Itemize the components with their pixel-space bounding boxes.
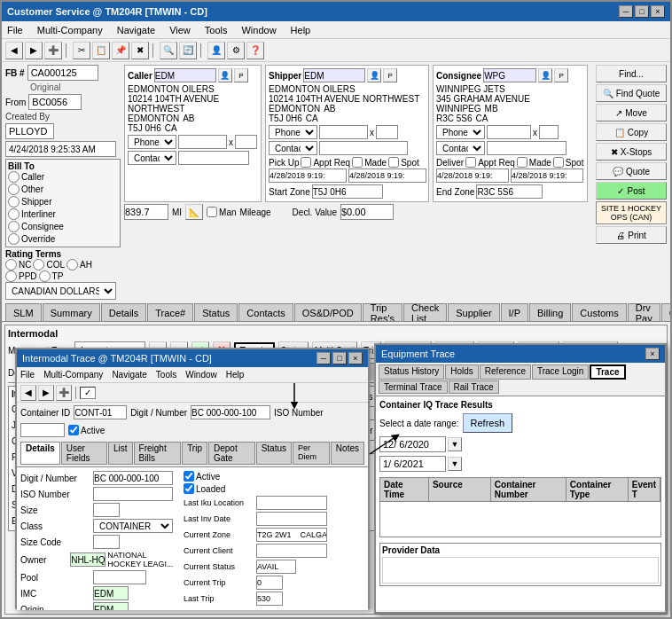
pickup-spot[interactable]: Spot — [388, 157, 419, 168]
shipper-phone-select[interactable]: Phone — [269, 125, 317, 139]
tab-contacts[interactable]: Contacts — [238, 303, 293, 321]
rating-nc[interactable]: NC — [5, 259, 31, 270]
trace-currtrip-input[interactable] — [256, 576, 283, 590]
trace-restore-btn[interactable]: □ — [332, 352, 347, 364]
bill-interliner-option[interactable]: Interliner — [8, 208, 118, 220]
paste-button[interactable]: 📌 — [112, 42, 129, 59]
trace-menu-nav[interactable]: Navigate — [112, 370, 146, 380]
created-by-input[interactable] — [5, 123, 54, 139]
consignee-phone-input[interactable] — [487, 125, 531, 139]
caller-person-btn[interactable]: 👤 — [218, 68, 232, 82]
caller-contact-input[interactable] — [178, 151, 249, 165]
mileage-calc-btn[interactable]: 📐 — [185, 204, 203, 220]
back-button[interactable]: ◀ — [5, 42, 23, 59]
trace-origin-input[interactable] — [93, 602, 129, 610]
consignee-phone-select[interactable]: Phone — [436, 125, 485, 139]
equip-tab-status-history[interactable]: Status History — [379, 364, 444, 380]
shipper-p-btn[interactable]: P — [383, 68, 397, 82]
trace-checkbox-btn[interactable]: ✓ — [80, 387, 96, 399]
bill-consignee-option[interactable]: Consignee — [8, 221, 118, 232]
shipper-contact-input[interactable] — [319, 141, 408, 155]
trace-menu-file[interactable]: File — [20, 370, 35, 380]
tab-drvpay[interactable]: Drv Pay — [628, 303, 660, 321]
pickup-date1-input[interactable] — [269, 168, 347, 183]
x-stops-button[interactable]: ✖ X-Stops — [596, 143, 667, 161]
trace-menu-mc[interactable]: Multi-Company — [43, 370, 103, 380]
trace-menu-window[interactable]: Window — [185, 370, 217, 380]
consignee-contact-select[interactable]: Contact — [436, 141, 485, 155]
trace-tab-trip[interactable]: Trip — [182, 442, 207, 465]
post-button[interactable]: ✓ Post — [596, 182, 667, 200]
trace-digit-input[interactable] — [191, 405, 270, 419]
equip-trace-close-btn[interactable]: × — [645, 348, 660, 360]
menu-navigate[interactable]: Navigate — [115, 25, 157, 35]
tab-customs[interactable]: Customs — [572, 303, 626, 321]
move-button[interactable]: ↗ Move — [596, 104, 667, 121]
tab-status[interactable]: Status — [194, 303, 238, 321]
tab-supplier[interactable]: Supplier — [448, 303, 499, 321]
from-date-input[interactable] — [379, 436, 446, 452]
pickup-date2-input[interactable] — [348, 168, 426, 183]
menu-file[interactable]: File — [5, 25, 25, 35]
trace-tab-userfields[interactable]: User Fields — [61, 442, 107, 465]
man-checkbox[interactable]: Man — [207, 207, 236, 217]
equip-tab-trace-login[interactable]: Trace Login — [532, 364, 589, 380]
trace-tab-list[interactable]: List — [108, 442, 133, 465]
trace-iso-input[interactable] — [20, 423, 65, 437]
copy-button-right[interactable]: 📋 Copy — [596, 123, 667, 141]
mileage-input[interactable] — [124, 204, 168, 220]
trace-sizecode-input[interactable] — [93, 535, 120, 549]
trace-fwd-btn[interactable]: ▶ — [38, 385, 54, 401]
currency-select[interactable]: CANADIAN DOLLARS — [5, 282, 116, 300]
trace-pool-input[interactable] — [93, 570, 146, 584]
fb-input[interactable] — [27, 65, 98, 81]
consignee-ext-input[interactable] — [539, 125, 559, 139]
trace-currclient-input[interactable] — [256, 544, 327, 558]
consignee-contact-input[interactable] — [487, 141, 567, 155]
equip-tab-terminal-trace[interactable]: Terminal Trace — [379, 380, 448, 394]
consignee-p-btn[interactable]: P — [554, 68, 568, 82]
trace-tab-depot[interactable]: Depot Gate — [208, 442, 255, 465]
trace-loaded-check[interactable]: Loaded — [184, 483, 225, 494]
menu-help[interactable]: Help — [289, 25, 313, 35]
user-button[interactable]: 👤 — [207, 42, 225, 59]
bill-shipper-option[interactable]: Shipper — [8, 196, 118, 208]
decl-value-input[interactable] — [340, 204, 394, 220]
caller-contact-select[interactable]: Contact — [128, 151, 176, 165]
caller-phone-input[interactable] — [178, 135, 227, 149]
find-quote-button[interactable]: 🔍 Find Quote — [596, 84, 667, 102]
shipper-person-btn[interactable]: 👤 — [367, 68, 381, 82]
shipper-contact-select[interactable]: Contact — [269, 141, 317, 155]
tab-summary[interactable]: Summary — [43, 303, 100, 321]
trace-tab-freight[interactable]: Freight Bills — [134, 442, 182, 465]
trace-iso2-input[interactable] — [93, 487, 173, 501]
trace-currstatus-input[interactable] — [256, 560, 296, 574]
deliver-appt-req[interactable]: Appt Req — [465, 157, 515, 168]
refresh-btn[interactable]: Refresh — [463, 413, 513, 433]
trace-active2-check[interactable]: Active — [184, 471, 220, 482]
menu-view[interactable]: View — [168, 25, 192, 35]
trace-lasttrip-input[interactable] — [256, 592, 283, 606]
menu-window[interactable]: Window — [239, 25, 277, 35]
trace-tab-status[interactable]: Status — [256, 442, 292, 465]
deliver-made[interactable]: Made — [517, 157, 551, 168]
trace-digit2-input[interactable] — [93, 471, 173, 485]
trace-tab-details[interactable]: Details — [20, 442, 60, 465]
rating-col[interactable]: COL — [33, 259, 65, 270]
from-input[interactable] — [28, 94, 82, 110]
tab-details[interactable]: Details — [101, 303, 147, 321]
add-button[interactable]: ➕ — [44, 42, 62, 59]
equip-tab-reference[interactable]: Reference — [480, 364, 531, 380]
deliver-date1-input[interactable] — [436, 168, 509, 183]
help-button[interactable]: ❓ — [246, 42, 264, 59]
trace-menu-tools[interactable]: Tools — [156, 370, 176, 380]
end-zone-input[interactable] — [476, 184, 543, 199]
bill-override-option[interactable]: Override — [8, 233, 118, 245]
deliver-spot[interactable]: Spot — [553, 157, 584, 168]
bill-other-option[interactable]: Other — [8, 184, 118, 195]
trace-owner-input[interactable] — [70, 552, 105, 567]
caller-phone-select[interactable]: Phone — [128, 135, 176, 149]
trace-close-btn[interactable]: × — [348, 352, 363, 364]
consignee-person-btn[interactable]: 👤 — [538, 68, 552, 82]
refresh-button[interactable]: 🔄 — [179, 42, 197, 59]
